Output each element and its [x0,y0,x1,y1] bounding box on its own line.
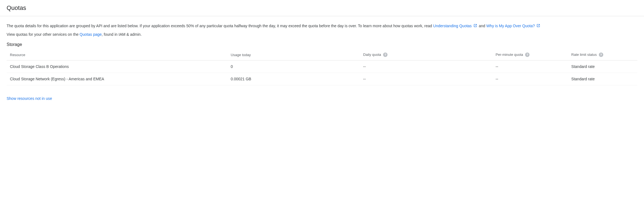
header-resource: Resource [7,49,227,61]
table-header-row: Resource Usage today Daily quota ? Per-m… [7,49,637,61]
page-title: Quotas [7,4,637,12]
page-header: Quotas [0,0,644,16]
description-text: The quota details for this application a… [7,23,637,29]
table-row: Cloud Storage Class B Operations 0 -- --… [7,61,637,73]
cell-usage: 0 [227,61,360,73]
description-part2: and [479,24,486,28]
header-minute: Per-minute quota ? [492,49,568,61]
header-usage: Usage today [227,49,360,61]
header-daily: Daily quota ? [360,49,492,61]
cell-minute: -- [492,73,568,85]
cell-rate: Standard rate [568,61,637,73]
cell-minute: -- [492,61,568,73]
cell-resource: Cloud Storage Network (Egress) - America… [7,73,227,85]
header-rate: Rate limit status ? [568,49,637,61]
table-row: Cloud Storage Network (Egress) - America… [7,73,637,85]
cell-daily: -- [360,73,492,85]
secondary-part2: , found in IAM & admin. [102,32,142,37]
quotas-table: Resource Usage today Daily quota ? Per-m… [7,49,637,86]
external-link-icon [473,23,477,29]
cell-daily: -- [360,61,492,73]
secondary-part1: View quotas for your other services on t… [7,32,80,37]
understanding-quotas-link[interactable]: Understanding Quotas [433,24,472,28]
cell-rate: Standard rate [568,73,637,85]
secondary-text: View quotas for your other services on t… [7,31,637,37]
help-icon[interactable]: ? [525,53,530,57]
external-link-icon [536,23,540,29]
header-daily-label: Daily quota [363,53,381,57]
content-area: The quota details for this application a… [0,16,644,107]
cell-resource: Cloud Storage Class B Operations [7,61,227,73]
help-icon[interactable]: ? [383,53,388,57]
over-quota-link[interactable]: Why is My App Over Quota? [486,24,535,28]
description-part1: The quota details for this application a… [7,24,433,28]
show-resources-link[interactable]: Show resources not in use [7,96,52,101]
help-icon[interactable]: ? [599,53,603,57]
header-minute-label: Per-minute quota [496,53,523,57]
quotas-page-link[interactable]: Quotas page [80,32,102,37]
cell-usage: 0.00021 GB [227,73,360,85]
header-rate-label: Rate limit status [571,53,597,57]
section-title-storage: Storage [7,42,637,47]
